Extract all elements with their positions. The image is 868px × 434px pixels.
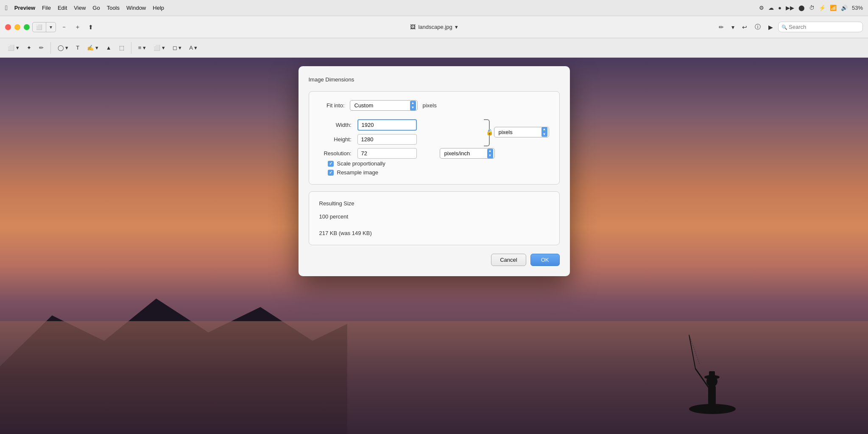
width-row: Width: <box>319 119 475 131</box>
file-icon: 🖼 <box>410 24 416 30</box>
resolution-label: Resolution: <box>319 150 353 157</box>
menu-help[interactable]: Help <box>153 5 164 11</box>
stepper-down-icon[interactable]: ▼ <box>410 106 416 111</box>
scale-proportionally-checkbox[interactable] <box>328 161 334 167</box>
wifi-icon[interactable]: 📶 <box>830 5 837 11</box>
width-input[interactable] <box>357 119 417 131</box>
spacer <box>319 208 549 213</box>
circle-icon: ● <box>778 5 781 11</box>
ok-button[interactable]: OK <box>530 254 560 266</box>
signature-tool[interactable]: ✍ ▾ <box>84 43 101 53</box>
annotate-button[interactable]: ⓘ <box>752 22 763 33</box>
fill-tool[interactable]: ◻ ▾ <box>170 43 184 53</box>
wh-inputs-col: Width: Height: <box>319 119 475 145</box>
font-tool[interactable]: A ▾ <box>187 43 200 53</box>
spacer2 <box>319 220 549 230</box>
scale-proportionally-label: Scale proportionally <box>337 160 385 167</box>
title-chevron-icon[interactable]: ▾ <box>455 24 458 30</box>
lock-bracket-area: 🔒 <box>480 119 490 145</box>
apple-menu[interactable]:  <box>5 4 8 12</box>
crop-tool[interactable]: ⬚ <box>117 43 127 53</box>
fit-into-label: Fit into: <box>319 102 345 109</box>
time-machine-icon[interactable]: ⏱ <box>809 5 815 11</box>
menu-app[interactable]: Preview <box>14 5 35 11</box>
fit-into-select[interactable]: Custom <box>350 100 418 111</box>
resolution-row: Resolution: pixels/inch pixels/cm ▲ ▼ <box>319 148 549 159</box>
lines-tool[interactable]: ≡ ▾ <box>136 43 148 53</box>
resolution-input[interactable] <box>357 148 417 159</box>
cloud-icon: ☁ <box>768 5 774 11</box>
menu-view[interactable]: View <box>74 5 86 11</box>
unit-select[interactable]: pixels inches cm mm percent <box>494 127 549 137</box>
resolution-unit-stepper[interactable]: ▲ ▼ <box>487 148 493 158</box>
height-label: Height: <box>319 136 353 143</box>
close-button[interactable] <box>5 24 11 30</box>
bluetooth-icon[interactable]: ⚡ <box>819 5 826 11</box>
share-icon[interactable]: ▶▶ <box>786 5 794 11</box>
unit-stepper[interactable]: ▲ ▼ <box>541 127 547 137</box>
height-input[interactable] <box>357 134 417 145</box>
shape-tool[interactable]: ◯ ▾ <box>55 43 71 53</box>
tools-toolbar: ⬜ ▾ ✦ ✏ ◯ ▾ T ✍ ▾ ▲ ⬚ ≡ ▾ ⬜ ▾ ◻ ▾ A ▾ <box>0 38 868 58</box>
fit-into-unit: pixels <box>423 102 437 109</box>
result-percent: 100 percent <box>319 213 549 220</box>
selection-tool[interactable]: ⬜ ▾ <box>5 43 22 53</box>
zoom-in-button[interactable]: ＋ <box>72 22 83 33</box>
checkboxes-area: Scale proportionally Resample image <box>328 160 549 176</box>
system-icons-area: ⚙ ☁ ● ▶▶ ⬤ ⏱ ⚡ 📶 🔊 53% <box>759 5 863 11</box>
markup-chevron[interactable]: ▾ <box>729 22 737 32</box>
unit-stepper-up[interactable]: ▲ <box>541 127 547 132</box>
unit-stepper-down[interactable]: ▼ <box>541 132 547 137</box>
resulting-size-panel: Resulting Size 100 percent 217 KB (was 1… <box>309 191 560 245</box>
play-button[interactable]: ▶ <box>766 22 776 32</box>
stepper-up-icon[interactable]: ▲ <box>410 101 416 106</box>
resample-image-checkbox[interactable] <box>328 170 334 176</box>
zoom-out-button[interactable]: － <box>59 22 70 33</box>
cancel-button[interactable]: Cancel <box>491 254 526 266</box>
markup-button[interactable]: ✏ <box>716 22 726 32</box>
minimize-button[interactable] <box>14 24 20 30</box>
menu-edit[interactable]: Edit <box>58 5 67 11</box>
view-toggle-single[interactable]: ⬜ <box>33 22 46 32</box>
menu-tools[interactable]: Tools <box>107 5 120 11</box>
sketch-tool[interactable]: ✏ <box>36 43 46 53</box>
menu-window[interactable]: Window <box>126 5 146 11</box>
view-toggle-group: ⬜ ▾ <box>32 22 56 32</box>
lock-bracket: 🔒 <box>480 119 490 145</box>
view-toggle-chevron[interactable]: ▾ <box>46 22 56 32</box>
dialog-buttons: Cancel OK <box>309 252 560 266</box>
helmet-icon: ⬤ <box>798 5 805 11</box>
scale-proportionally-item: Scale proportionally <box>328 160 549 167</box>
toolbar-separator-1 <box>50 42 51 54</box>
lock-icon: 🔒 <box>486 129 493 135</box>
main-toolbar: ⬜ ▾ － ＋ ⬆ 🖼 landscape.jpg ▾ ✏ ▾ ↩ ⓘ ▶ 🔍 <box>0 16 868 38</box>
adjust-tool[interactable]: ▲ <box>103 43 114 53</box>
maximize-button[interactable] <box>24 24 30 30</box>
image-dimensions-dialog: Image Dimensions Fit into: Custom ▲ ▼ <box>299 66 570 276</box>
border-tool[interactable]: ⬜ ▾ <box>151 43 167 53</box>
width-label: Width: <box>319 122 353 128</box>
rotate-button[interactable]: ↩ <box>740 22 750 32</box>
menu-file[interactable]: File <box>42 5 51 11</box>
menu-go[interactable]: Go <box>92 5 100 11</box>
toolbar-left: ⬜ ▾ － ＋ ⬆ <box>5 22 96 33</box>
menu-bar:  Preview File Edit View Go Tools Window… <box>0 0 868 16</box>
width-height-area: Width: Height: 🔒 <box>319 119 549 145</box>
gear-icon[interactable]: ⚙ <box>759 5 764 11</box>
content-area: Image Dimensions Fit into: Custom ▲ ▼ <box>0 58 868 434</box>
share-button[interactable]: ⬆ <box>86 22 96 32</box>
fit-into-stepper[interactable]: ▲ ▼ <box>410 101 416 110</box>
result-size: 217 KB (was 149 KB) <box>319 230 549 236</box>
res-stepper-up[interactable]: ▲ <box>487 148 493 154</box>
toolbar-right: ✏ ▾ ↩ ⓘ ▶ 🔍 <box>716 22 863 33</box>
fit-into-row: Fit into: Custom ▲ ▼ pixels <box>319 100 549 111</box>
text-tool[interactable]: T <box>73 43 82 53</box>
resolution-unit-select[interactable]: pixels/inch pixels/cm <box>440 148 495 159</box>
dialog-overlay: Image Dimensions Fit into: Custom ▲ ▼ <box>0 58 868 434</box>
res-stepper-down[interactable]: ▼ <box>487 154 493 159</box>
window-title: landscape.jpg <box>418 24 452 30</box>
volume-icon[interactable]: 🔊 <box>841 5 848 11</box>
search-input[interactable] <box>778 22 863 32</box>
dialog-title: Image Dimensions <box>309 76 560 83</box>
magic-wand-tool[interactable]: ✦ <box>24 43 34 53</box>
